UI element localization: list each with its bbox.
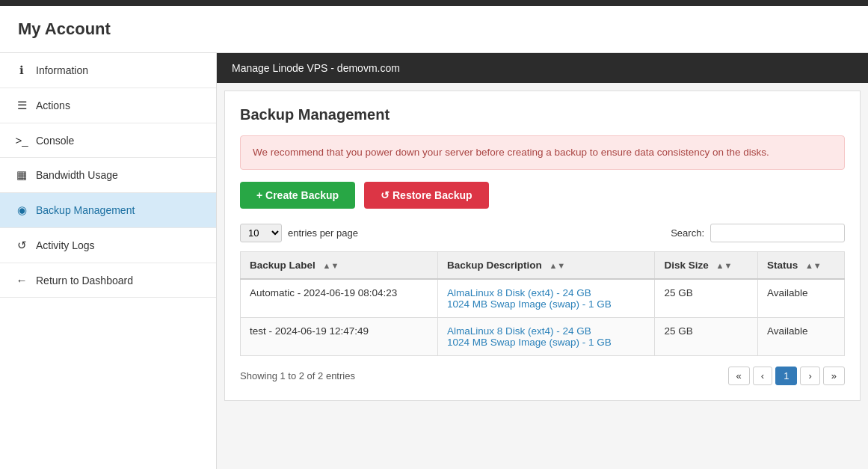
cell-label: test - 2024-06-19 12:47:49: [241, 318, 438, 356]
desc-line2: 1024 MB Swap Image (swap) - 1 GB: [447, 298, 646, 310]
col-backup-description[interactable]: Backup Description ▲▼: [437, 252, 655, 280]
col-backup-label[interactable]: Backup Label ▲▼: [241, 252, 438, 280]
search-input[interactable]: [710, 224, 845, 242]
cell-description: AlmaLinux 8 Disk (ext4) - 24 GB 1024 MB …: [437, 279, 655, 318]
sort-icon: ▲▼: [549, 261, 565, 270]
sidebar: ℹ Information ☰ Actions >_ Console ▦ Ban…: [0, 53, 217, 469]
desc-line1: AlmaLinux 8 Disk (ext4) - 24 GB: [447, 287, 646, 298]
sidebar-item-label: Actions: [36, 99, 70, 111]
col-disk-size[interactable]: Disk Size ▲▼: [655, 252, 757, 280]
sidebar-item-information[interactable]: ℹ Information: [0, 53, 216, 88]
bandwidth-icon: ▦: [15, 168, 28, 182]
sidebar-item-label: Backup Management: [36, 204, 135, 216]
activity-icon: ↺: [15, 239, 28, 252]
sidebar-item-activity[interactable]: ↺ Activity Logs: [0, 228, 216, 263]
search-control: Search:: [671, 224, 845, 242]
entries-label: entries per page: [288, 227, 358, 239]
console-icon: >_: [15, 134, 28, 147]
cell-disk-size: 25 GB: [655, 279, 757, 318]
sidebar-item-label: Return to Dashboard: [36, 275, 133, 286]
alert-box: We recommend that you power down your se…: [240, 135, 845, 170]
last-page-button[interactable]: »: [823, 367, 845, 385]
cell-disk-size: 25 GB: [655, 318, 757, 356]
backup-icon: ◉: [15, 203, 28, 217]
sidebar-item-backup[interactable]: ◉ Backup Management: [0, 193, 216, 228]
backup-table: Backup Label ▲▼ Backup Description ▲▼ Di…: [240, 251, 845, 356]
sidebar-item-label: Activity Logs: [36, 239, 95, 251]
sidebar-item-console[interactable]: >_ Console: [0, 123, 216, 158]
current-page-button[interactable]: 1: [775, 367, 797, 385]
top-bar: [0, 0, 868, 6]
sidebar-item-label: Bandwidth Usage: [36, 169, 118, 181]
information-icon: ℹ: [15, 64, 28, 77]
showing-text: Showing 1 to 2 of 2 entries: [240, 370, 355, 381]
return-icon: ←: [15, 274, 28, 286]
table-row: test - 2024-06-19 12:47:49 AlmaLinux 8 D…: [241, 318, 845, 356]
main-content: Manage Linode VPS - demovm.com Backup Ma…: [217, 53, 868, 469]
button-row: + Create Backup ↺ Restore Backup: [240, 182, 845, 209]
next-page-button[interactable]: ›: [800, 367, 819, 385]
sidebar-item-label: Console: [36, 135, 74, 147]
table-controls: 10 25 50 100 entries per page Search:: [240, 224, 845, 242]
sidebar-item-bandwidth[interactable]: ▦ Bandwidth Usage: [0, 158, 216, 193]
sidebar-item-dashboard[interactable]: ← Return to Dashboard: [0, 263, 216, 298]
content-area: Backup Management We recommend that you …: [224, 91, 861, 401]
actions-icon: ☰: [15, 99, 28, 112]
col-disk-text: Disk Size: [664, 260, 708, 271]
col-status-text: Status: [767, 260, 798, 271]
pagination: Showing 1 to 2 of 2 entries « ‹ 1 › »: [240, 367, 845, 385]
desc-line2: 1024 MB Swap Image (swap) - 1 GB: [447, 337, 646, 348]
entries-control: 10 25 50 100 entries per page: [240, 224, 358, 242]
first-page-button[interactable]: «: [728, 367, 750, 385]
create-backup-button[interactable]: + Create Backup: [240, 182, 355, 209]
page-buttons: « ‹ 1 › »: [728, 367, 845, 385]
cell-label: Automatic - 2024-06-19 08:04:23: [241, 279, 438, 318]
sidebar-item-label: Information: [36, 64, 88, 76]
page-title: My Account: [0, 6, 868, 53]
table-row: Automatic - 2024-06-19 08:04:23 AlmaLinu…: [241, 279, 845, 318]
col-status[interactable]: Status ▲▼: [757, 252, 844, 280]
sort-icon: ▲▼: [716, 261, 733, 270]
sort-icon: ▲▼: [805, 261, 822, 270]
sidebar-item-actions[interactable]: ☰ Actions: [0, 88, 216, 123]
col-label-text: Backup Label: [250, 260, 316, 271]
section-header: Manage Linode VPS - demovm.com: [217, 53, 868, 83]
sort-icon: ▲▼: [323, 261, 339, 270]
restore-backup-button[interactable]: ↺ Restore Backup: [364, 182, 488, 209]
search-label: Search:: [671, 227, 704, 239]
alert-text: We recommend that you power down your se…: [253, 147, 769, 158]
prev-page-button[interactable]: ‹: [753, 367, 772, 385]
desc-line1: AlmaLinux 8 Disk (ext4) - 24 GB: [447, 325, 646, 337]
cell-description: AlmaLinux 8 Disk (ext4) - 24 GB 1024 MB …: [437, 318, 655, 356]
content-title: Backup Management: [240, 106, 845, 123]
cell-status: Available: [757, 279, 844, 318]
entries-select[interactable]: 10 25 50 100: [240, 224, 282, 242]
col-desc-text: Backup Description: [447, 260, 542, 271]
cell-status: Available: [757, 318, 844, 356]
